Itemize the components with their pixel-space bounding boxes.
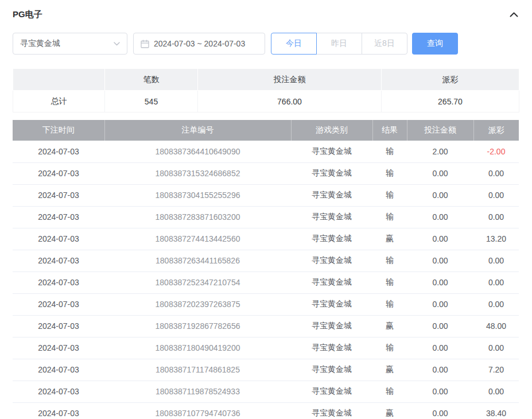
cell-payout: 38.40 [473,402,519,419]
bets-column-header: 下注时间 [13,120,104,141]
summary-header-row: 笔数 投注金额 派彩 [13,69,519,91]
cell-result: 输 [372,206,407,228]
game-select[interactable]: 寻宝黄金城 [13,33,127,55]
yesterday-button[interactable]: 昨日 [316,33,362,55]
cell-bet: 2.00 [407,141,473,162]
cell-result: 输 [372,271,407,293]
cell-bet: 0.00 [407,250,473,271]
cell-payout: 0.00 [473,381,519,402]
collapse-chevron-up-icon[interactable] [508,9,519,20]
cell-date: 2024-07-03 [13,206,104,228]
table-row: 2024-07-031808387364410649090寻宝黄金城输2.00-… [13,141,519,162]
cell-payout: 0.00 [473,337,519,359]
cell-result: 赢 [372,315,407,337]
cell-bet-id: 1808387364410649090 [104,141,291,162]
cell-date: 2024-07-03 [13,271,104,293]
cell-payout: 0.00 [473,293,519,315]
cell-bet-id: 1808387315324686852 [104,162,291,184]
cell-result: 赢 [372,359,407,381]
table-row: 2024-07-031808387304155255296寻宝黄金城输0.000… [13,184,519,206]
cell-bet-id: 1808387283871603200 [104,206,291,228]
cell-bet-id: 1808387202397263875 [104,293,291,315]
summary-total-row: 总计 545 766.00 265.70 [13,91,519,112]
bets-column-header: 派彩 [473,120,519,141]
summary-total-count: 545 [105,91,198,112]
cell-game: 寻宝黄金城 [291,293,372,315]
cell-game: 寻宝黄金城 [291,381,372,402]
cell-bet-id: 1808387171174861825 [104,359,291,381]
summary-header-empty [13,69,105,91]
pg-electronic-panel: PG电子 寻宝黄金城 2024-07-03 ~ 2024-07-03 [0,0,532,419]
game-select-value: 寻宝黄金城 [20,38,60,49]
cell-date: 2024-07-03 [13,162,104,184]
cell-bet: 0.00 [407,402,473,419]
cell-bet-id: 1808387192867782656 [104,315,291,337]
cell-bet: 0.00 [407,184,473,206]
cell-payout: 0.00 [473,162,519,184]
table-row: 2024-07-031808387263441165826寻宝黄金城输0.000… [13,250,519,271]
cell-result: 赢 [372,402,407,419]
table-row: 2024-07-031808387274413442560寻宝黄金城赢0.001… [13,228,519,250]
summary-total-payout: 265.70 [382,91,519,112]
cell-bet: 0.00 [407,206,473,228]
table-row: 2024-07-031808387315324686852寻宝黄金城输0.000… [13,162,519,184]
cell-bet: 0.00 [407,271,473,293]
bets-column-header: 游戏类别 [291,120,372,141]
cell-game: 寻宝黄金城 [291,141,372,162]
cell-bet: 0.00 [407,381,473,402]
cell-game: 寻宝黄金城 [291,206,372,228]
cell-bet-id: 1808387304155255296 [104,184,291,206]
panel-title: PG电子 [13,9,42,20]
cell-game: 寻宝黄金城 [291,359,372,381]
cell-bet-id: 1808387274413442560 [104,228,291,250]
chevron-down-icon [114,42,120,46]
date-range-value: 2024-07-03 ~ 2024-07-03 [154,39,245,48]
last-8-days-button[interactable]: 近8日 [362,33,407,55]
cell-game: 寻宝黄金城 [291,250,372,271]
cell-date: 2024-07-03 [13,337,104,359]
cell-bet: 0.00 [407,359,473,381]
cell-payout: 48.00 [473,315,519,337]
cell-date: 2024-07-03 [13,250,104,271]
cell-result: 输 [372,141,407,162]
cell-result: 输 [372,381,407,402]
cell-game: 寻宝黄金城 [291,402,372,419]
cell-bet: 0.00 [407,337,473,359]
cell-payout: 13.20 [473,228,519,250]
cell-bet-id: 1808387119878524933 [104,381,291,402]
cell-result: 输 [372,293,407,315]
table-row: 2024-07-031808387107794740736寻宝黄金城赢0.003… [13,402,519,419]
cell-bet-id: 1808387263441165826 [104,250,291,271]
cell-bet: 0.00 [407,315,473,337]
today-button[interactable]: 今日 [271,33,317,55]
cell-result: 输 [372,162,407,184]
date-range-input[interactable]: 2024-07-03 ~ 2024-07-03 [133,33,265,55]
summary-total-bet-amount: 766.00 [198,91,382,112]
cell-date: 2024-07-03 [13,293,104,315]
query-button[interactable]: 查询 [412,33,458,55]
cell-game: 寻宝黄金城 [291,337,372,359]
summary-header-payout: 派彩 [382,69,519,91]
summary-header-bet-amount: 投注金额 [198,69,382,91]
table-row: 2024-07-031808387192867782656寻宝黄金城赢0.004… [13,315,519,337]
cell-game: 寻宝黄金城 [291,271,372,293]
cell-bet-id: 1808387107794740736 [104,402,291,419]
cell-game: 寻宝黄金城 [291,184,372,206]
table-row: 2024-07-031808387283871603200寻宝黄金城输0.000… [13,206,519,228]
table-row: 2024-07-031808387202397263875寻宝黄金城输0.000… [13,293,519,315]
cell-date: 2024-07-03 [13,381,104,402]
cell-result: 输 [372,337,407,359]
summary-header-count: 笔数 [105,69,198,91]
cell-result: 赢 [372,228,407,250]
cell-payout: -2.00 [473,141,519,162]
table-row: 2024-07-031808387252347210754寻宝黄金城输0.000… [13,271,519,293]
cell-result: 输 [372,250,407,271]
cell-date: 2024-07-03 [13,184,104,206]
table-row: 2024-07-031808387180490419200寻宝黄金城输0.000… [13,337,519,359]
cell-payout: 0.00 [473,250,519,271]
bets-column-header: 结果 [372,120,407,141]
table-row: 2024-07-031808387119878524933寻宝黄金城输0.000… [13,381,519,402]
cell-game: 寻宝黄金城 [291,228,372,250]
summary-table: 笔数 投注金额 派彩 总计 545 766.00 265.70 [13,68,519,112]
cell-result: 输 [372,184,407,206]
